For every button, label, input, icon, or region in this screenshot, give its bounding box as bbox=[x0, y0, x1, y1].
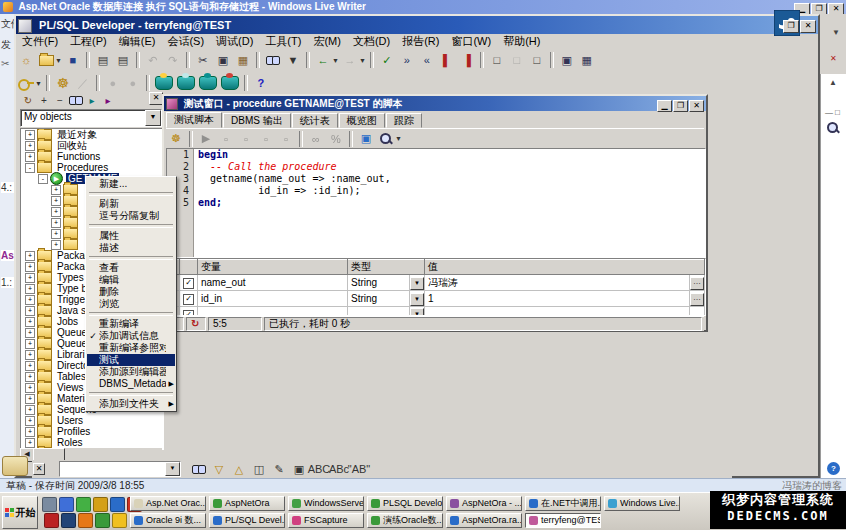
taskbar-button-AspNetOra[interactable]: AspNetOra bbox=[209, 496, 285, 511]
find-object-icon[interactable] bbox=[69, 94, 83, 107]
context-menu-item-添加到文件夹[interactable]: 添加到文件夹▶ bbox=[87, 398, 175, 410]
key-dropdown-icon[interactable]: ▼ bbox=[35, 80, 42, 87]
menubar-item[interactable]: 报告(R) bbox=[396, 34, 445, 49]
find-icon[interactable] bbox=[264, 52, 282, 69]
menubar-item[interactable]: 编辑(E) bbox=[113, 34, 162, 49]
context-menu-item-编辑[interactable]: 编辑 bbox=[87, 274, 175, 286]
context-menu-item-属性[interactable]: 属性 bbox=[87, 230, 175, 242]
tree-expander-icon[interactable]: + bbox=[51, 240, 61, 250]
quick-launch-icon[interactable] bbox=[59, 497, 74, 512]
context-menu-item-添加调试信息[interactable]: ✓添加调试信息 bbox=[87, 330, 175, 342]
find-next-icon[interactable]: ▼ bbox=[284, 52, 302, 69]
tree-expander-icon[interactable]: + bbox=[25, 339, 35, 349]
background-close-icon[interactable]: ✕ bbox=[830, 54, 837, 63]
variable-type-cell[interactable]: String bbox=[348, 291, 410, 307]
tree-expander-icon[interactable]: + bbox=[51, 196, 61, 206]
tab-统计表[interactable]: 统计表 bbox=[292, 113, 338, 128]
context-menu-item-浏览[interactable]: 浏览 bbox=[87, 298, 175, 310]
find-input[interactable]: ▼ bbox=[59, 461, 181, 477]
scan-checkbox[interactable]: ✓ bbox=[180, 307, 198, 317]
background-maximize-icon[interactable]: □ bbox=[835, 108, 840, 117]
tree-expander-icon[interactable]: + bbox=[25, 251, 35, 261]
paste-icon[interactable]: ▦ bbox=[234, 52, 252, 69]
context-menu-item-测试[interactable]: 测试 bbox=[87, 354, 175, 366]
tab-跟踪[interactable]: 跟踪 bbox=[386, 113, 422, 128]
variable-name-cell[interactable]: name_out bbox=[198, 275, 348, 291]
forward-dropdown[interactable]: ▼ bbox=[359, 57, 366, 64]
menubar-item[interactable]: 宏(M) bbox=[307, 34, 347, 49]
variable-value-cell[interactable]: 冯瑞涛 bbox=[425, 275, 690, 291]
object-filter-dropdown-icon[interactable]: ▼ bbox=[145, 110, 161, 126]
break-icon[interactable]: ▫ bbox=[217, 130, 235, 147]
menubar-item[interactable]: 工具(T) bbox=[259, 34, 307, 49]
tree-expander-icon[interactable]: + bbox=[25, 317, 35, 327]
find-prev-icon[interactable]: △ bbox=[230, 461, 248, 478]
type-dropdown-icon[interactable]: ▼ bbox=[410, 277, 424, 290]
taskbar-button-WindowsServe-[interactable]: WindowsServe... bbox=[288, 496, 364, 511]
grid-header-type[interactable]: 类型 bbox=[348, 260, 425, 275]
new-icon[interactable]: ☼ bbox=[17, 52, 35, 69]
log-off-icon[interactable] bbox=[199, 76, 217, 90]
brush-icon[interactable]: ／ bbox=[74, 75, 92, 92]
tree-expander-icon[interactable]: + bbox=[25, 273, 35, 283]
scan-checkbox[interactable]: ✓ bbox=[180, 275, 198, 291]
status-refresh-icon[interactable]: ↻ bbox=[186, 317, 206, 331]
quick-launch-icon[interactable] bbox=[44, 513, 59, 528]
start-button[interactable]: 开始 bbox=[2, 496, 38, 529]
tree-expander-icon[interactable]: + bbox=[51, 185, 61, 195]
tree-item-procedures[interactable]: -Procedures bbox=[21, 162, 163, 173]
tree-expander-icon[interactable]: + bbox=[25, 438, 35, 448]
tree-expander-icon[interactable]: + bbox=[25, 130, 35, 140]
grid-header-variable[interactable]: 变量 bbox=[198, 260, 348, 275]
open-dropdown[interactable]: ▼ bbox=[55, 57, 62, 64]
quick-launch-icon[interactable] bbox=[61, 513, 76, 528]
taskbar-button-terryfeng@TEST[interactable]: terryfeng@TEST bbox=[525, 513, 601, 528]
save-icon[interactable]: ■ bbox=[64, 52, 82, 69]
window-list-icon[interactable]: □ bbox=[528, 52, 546, 69]
selection-icon[interactable]: ▣ bbox=[290, 461, 308, 478]
code-line[interactable]: end; bbox=[198, 197, 705, 209]
new-window-icon[interactable]: □ bbox=[488, 52, 506, 69]
find-icon[interactable] bbox=[190, 460, 208, 477]
background-dropdown-icon[interactable]: ▼ bbox=[832, 28, 840, 37]
magnifier-icon[interactable] bbox=[377, 130, 395, 147]
magnifier-dropdown[interactable]: ▼ bbox=[395, 135, 402, 142]
tree-expander-icon[interactable]: + bbox=[25, 405, 35, 415]
preferences-key-icon[interactable] bbox=[17, 75, 35, 92]
context-menu-item-描述[interactable]: 描述 bbox=[87, 242, 175, 254]
copy-icon[interactable]: ▣ bbox=[214, 52, 232, 69]
value-ellipsis-icon[interactable]: … bbox=[690, 277, 704, 290]
tree-expander-icon[interactable]: + bbox=[25, 306, 35, 316]
find-history-dropdown-icon[interactable]: ▼ bbox=[165, 462, 180, 476]
tab-测试脚本[interactable]: 测试脚本 bbox=[166, 112, 222, 128]
step-out-icon[interactable]: ▫ bbox=[277, 130, 295, 147]
taskbar-button-Windows-Live-[interactable]: Windows Live... bbox=[604, 496, 680, 511]
taskbar-button-Oracle-9i-数-[interactable]: Oracle 9i 数... bbox=[130, 513, 206, 528]
quick-launch-icon[interactable] bbox=[93, 497, 108, 512]
menubar-item[interactable]: 会话(S) bbox=[161, 34, 210, 49]
menubar-item[interactable]: 帮助(H) bbox=[497, 34, 546, 49]
back-icon[interactable]: ← bbox=[314, 52, 332, 69]
menubar-item[interactable]: 调试(D) bbox=[210, 34, 259, 49]
find-next-icon[interactable]: ▽ bbox=[210, 461, 228, 478]
outdent-icon[interactable]: « bbox=[418, 52, 436, 69]
print-preview-icon[interactable]: ▤ bbox=[114, 52, 132, 69]
type-dropdown-icon[interactable]: ▼ bbox=[410, 293, 424, 306]
writer-cut-icon[interactable]: ✂ bbox=[1, 58, 9, 69]
code-line[interactable]: -- Call the procedure bbox=[198, 161, 705, 173]
context-menu-item-重新编译参照对象[interactable]: 重新编译参照对象 bbox=[87, 342, 175, 354]
bookmark-set-icon[interactable]: ▌ bbox=[438, 52, 456, 69]
value-ellipsis-icon[interactable]: … bbox=[690, 293, 704, 306]
kill-session-icon[interactable] bbox=[221, 76, 239, 90]
indent-icon[interactable]: » bbox=[398, 52, 416, 69]
cascade-windows-icon[interactable]: ▣ bbox=[558, 52, 576, 69]
quick-launch-icon[interactable] bbox=[112, 513, 127, 528]
taskbar-button-演练Oracle数-[interactable]: 演练Oracle数... bbox=[367, 513, 443, 528]
variable-type-cell[interactable]: String bbox=[348, 275, 410, 291]
plsql-maximize-button[interactable]: ❐ bbox=[783, 20, 799, 33]
tree-expander-icon[interactable]: + bbox=[25, 361, 35, 371]
session-list-icon[interactable] bbox=[177, 76, 195, 90]
test-close-button[interactable]: ✕ bbox=[689, 100, 704, 112]
rollback-icon[interactable]: ● bbox=[124, 75, 142, 92]
taskbar-button-PLSQL-Developer[interactable]: PLSQL Developer bbox=[367, 496, 443, 511]
